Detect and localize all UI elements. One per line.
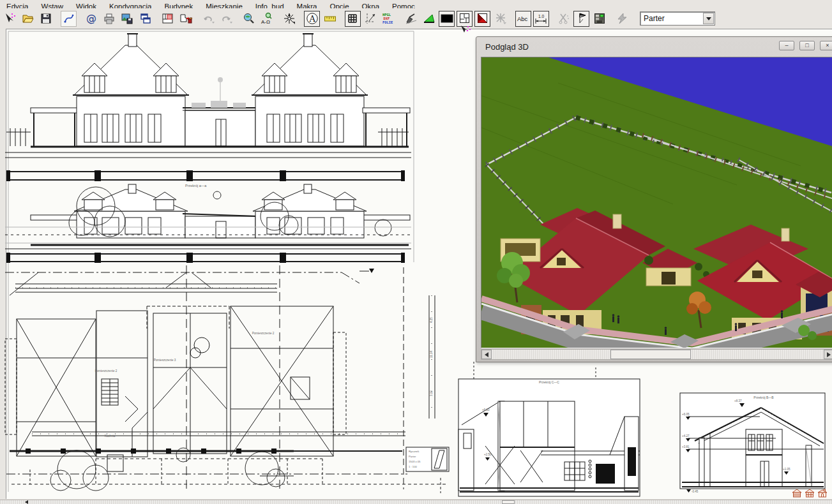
flag-marker-icon[interactable] bbox=[573, 11, 589, 27]
room-label-right: Pomieszczenie 2 bbox=[252, 332, 275, 335]
cascade-windows-icon[interactable] bbox=[137, 11, 153, 27]
floor-selector[interactable]: Parter bbox=[640, 11, 715, 26]
section-b-label: Przekrój B—B bbox=[753, 396, 774, 399]
new-project-icon[interactable] bbox=[3, 11, 19, 27]
dimension-label: 1.0 bbox=[538, 14, 544, 19]
section-c-drawing: Przekrój C—C +6.10 +2.50 bbox=[458, 379, 640, 496]
section-band-label: Przekrój a—a bbox=[185, 184, 207, 188]
abc-label: Abc bbox=[517, 15, 528, 22]
section-b-level-2: +6.05 bbox=[682, 413, 690, 416]
section-b-level-6: -0.45 bbox=[692, 490, 699, 493]
section-c-level-2: +2.50 bbox=[484, 453, 492, 456]
menu-item-edycja[interactable]: Edycja bbox=[0, 1, 35, 8]
dimension-chain: 4.25 11.14 3.10 bbox=[429, 295, 435, 419]
section-b-level-4: +3.81 bbox=[682, 445, 690, 448]
ruler-icon[interactable] bbox=[322, 11, 338, 27]
zoom-view-icon[interactable] bbox=[241, 11, 257, 27]
maximize-button[interactable]: □ bbox=[799, 41, 815, 50]
save-icon[interactable] bbox=[38, 11, 54, 27]
snap-star-icon bbox=[492, 11, 508, 27]
minimize-button[interactable]: – bbox=[779, 41, 794, 50]
print-icon[interactable] bbox=[102, 11, 117, 27]
plan-detail-icon[interactable] bbox=[160, 11, 176, 27]
scroll-thumb[interactable] bbox=[610, 350, 691, 359]
menu-item-opcje[interactable]: Opcje bbox=[324, 1, 356, 8]
quick-render-icon bbox=[614, 11, 630, 27]
grid-icon[interactable] bbox=[345, 11, 361, 27]
hpgl-dxf-folie-icon[interactable]: HPGLDXFFOLIE bbox=[381, 11, 397, 27]
dim-value-3: 3.10 bbox=[430, 390, 433, 396]
north-compass-icon[interactable] bbox=[282, 11, 298, 27]
svg-text:@: @ bbox=[86, 12, 96, 24]
title-block-line2: Parter bbox=[409, 455, 416, 458]
menu-item-kondygnacja[interactable]: Kondygnacja bbox=[103, 1, 158, 8]
menu-item-makra[interactable]: Makra bbox=[291, 1, 324, 8]
menu-item-okna[interactable]: Okna bbox=[356, 1, 386, 8]
cad-cursor-icon bbox=[460, 24, 471, 34]
terrain-icon[interactable] bbox=[421, 11, 437, 27]
building-icon-2[interactable] bbox=[805, 489, 815, 498]
menu-item-pomoc[interactable]: Pomoc bbox=[386, 1, 421, 8]
open-folder-icon[interactable] bbox=[20, 11, 36, 27]
find-text-label: A-Ω bbox=[261, 19, 270, 25]
hatch-fill-icon[interactable] bbox=[439, 11, 455, 27]
dim-value-1: 4.25 bbox=[430, 317, 433, 323]
scroll-left-button[interactable] bbox=[481, 350, 492, 359]
scroll-right-button[interactable] bbox=[824, 350, 832, 359]
menu-item-budynek[interactable]: Budynek bbox=[158, 1, 199, 8]
title-block-line4: 1 : 100 bbox=[409, 465, 417, 468]
title-block-line3: 1503 x 05 bbox=[409, 460, 421, 463]
text-frame-icon[interactable]: A bbox=[304, 11, 320, 27]
roof-fold-icon[interactable] bbox=[474, 11, 490, 27]
close-button[interactable]: × bbox=[820, 41, 832, 50]
title-block: Rysunek Parter 1503 x 05 1 : 100 bbox=[406, 447, 449, 471]
redo-icon bbox=[218, 11, 234, 27]
chevron-down-icon[interactable] bbox=[703, 13, 714, 24]
section-c-label: Przekrój C—C bbox=[539, 380, 559, 384]
floor-selector-value: Parter bbox=[640, 14, 703, 23]
guide-lines-icon[interactable] bbox=[363, 11, 379, 27]
room-label-left: Pomieszczenie 2 bbox=[95, 369, 117, 373]
menu-bar: EdycjaWstawWidokKondygnacjaBudynekMieszk… bbox=[0, 0, 832, 8]
render-3d-scene bbox=[481, 57, 832, 348]
section-band-2 bbox=[6, 253, 405, 263]
building-panel-icon[interactable] bbox=[591, 11, 607, 27]
cut-icon bbox=[556, 11, 571, 27]
spline-tool-icon[interactable] bbox=[61, 11, 77, 27]
menu-item-wstaw[interactable]: Wstaw bbox=[35, 1, 70, 8]
convert-to-3d-icon[interactable] bbox=[178, 11, 193, 27]
building-icon-1[interactable] bbox=[792, 489, 802, 498]
main-toolbar: @ A-Ω A HPGLDXFFOLIE Abc 1.0 Parter bbox=[0, 8, 832, 29]
building-view-icons bbox=[792, 489, 828, 498]
save-image-icon[interactable] bbox=[119, 11, 135, 27]
scroll-left-arrow-icon[interactable] bbox=[23, 500, 28, 504]
preview-3d-viewport[interactable] bbox=[481, 57, 832, 348]
canvas-hscrollbar[interactable] bbox=[0, 500, 832, 504]
preview-3d-hscrollbar[interactable] bbox=[481, 349, 832, 360]
elevation-1 bbox=[5, 34, 411, 158]
undo-icon bbox=[200, 11, 216, 27]
find-text-icon[interactable]: A-Ω bbox=[259, 11, 275, 27]
section-band-1: Przekrój a—a bbox=[6, 170, 405, 188]
text-abc-icon[interactable]: Abc bbox=[515, 11, 531, 27]
internet-at-icon[interactable]: @ bbox=[84, 11, 100, 27]
menu-item-mieszkanie[interactable]: Mieszkanie bbox=[199, 1, 249, 8]
section-b-level-5: +1.05 bbox=[783, 468, 790, 471]
preview-3d-window: Podgląd 3D – □ × bbox=[476, 36, 832, 362]
canvas-scroll-thumb[interactable] bbox=[502, 500, 515, 504]
section-c-level-1: +6.10 bbox=[482, 408, 490, 411]
plot-pen-icon[interactable] bbox=[403, 11, 419, 27]
section-b-drawing: Przekrój B—B +8.37 +6.05 +4.27 +3.81 bbox=[680, 393, 825, 493]
dimension-icon[interactable]: 1.0 bbox=[533, 11, 549, 27]
section-b-level-3: +4.27 bbox=[682, 434, 690, 438]
section-b-level-1: +8.37 bbox=[734, 399, 742, 403]
preview-3d-title: Podgląd 3D bbox=[476, 42, 529, 52]
text-frame-label: A bbox=[308, 14, 315, 24]
building-icon-3[interactable] bbox=[817, 489, 828, 498]
menu-item-info-bud[interactable]: Info_bud bbox=[249, 1, 291, 8]
menu-item-widok[interactable]: Widok bbox=[70, 1, 103, 8]
dim-value-2: 11.14 bbox=[430, 351, 433, 358]
title-block-line1: Rysunek bbox=[409, 450, 420, 453]
folie-label: FOLIE bbox=[382, 20, 393, 24]
room-label-mid: Pomieszczenie 3 bbox=[154, 359, 176, 362]
